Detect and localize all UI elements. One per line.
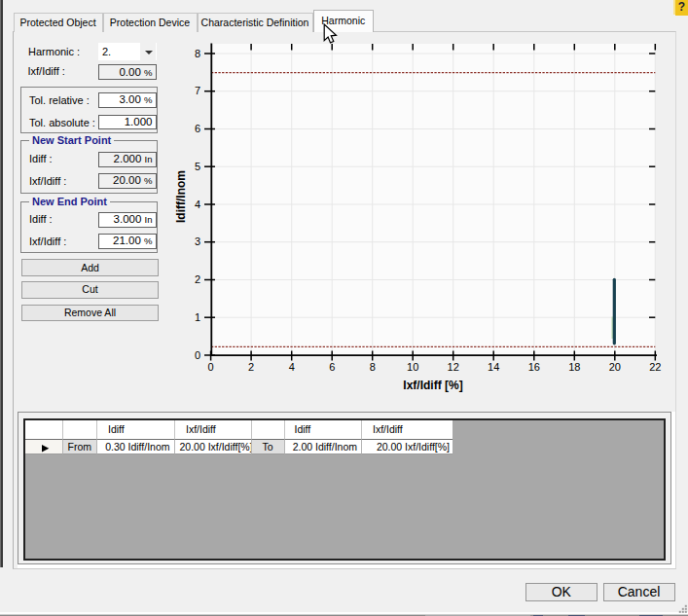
svg-text:Ixf/Idiff [%]: Ixf/Idiff [%] xyxy=(403,379,462,392)
svg-text:10: 10 xyxy=(407,361,418,373)
svg-text:1: 1 xyxy=(195,311,200,323)
svg-text:7: 7 xyxy=(195,85,200,96)
svg-text:6: 6 xyxy=(329,361,335,373)
svg-text:2: 2 xyxy=(248,361,254,373)
svg-text:4: 4 xyxy=(195,199,200,210)
svg-text:5: 5 xyxy=(195,161,200,172)
svg-text:0: 0 xyxy=(208,361,214,373)
svg-text:0: 0 xyxy=(195,349,200,361)
svg-text:16: 16 xyxy=(528,361,540,373)
svg-text:6: 6 xyxy=(195,123,200,134)
svg-text:4: 4 xyxy=(289,361,295,373)
svg-text:20: 20 xyxy=(609,361,621,373)
svg-text:3: 3 xyxy=(195,236,200,247)
svg-text:8: 8 xyxy=(370,361,376,373)
svg-text:12: 12 xyxy=(448,361,459,373)
svg-text:18: 18 xyxy=(568,361,580,373)
svg-text:22: 22 xyxy=(649,361,661,373)
svg-text:14: 14 xyxy=(488,361,499,373)
svg-text:Idiff/Inom: Idiff/Inom xyxy=(174,170,188,223)
svg-text:8: 8 xyxy=(195,48,200,59)
svg-text:2: 2 xyxy=(195,273,200,285)
